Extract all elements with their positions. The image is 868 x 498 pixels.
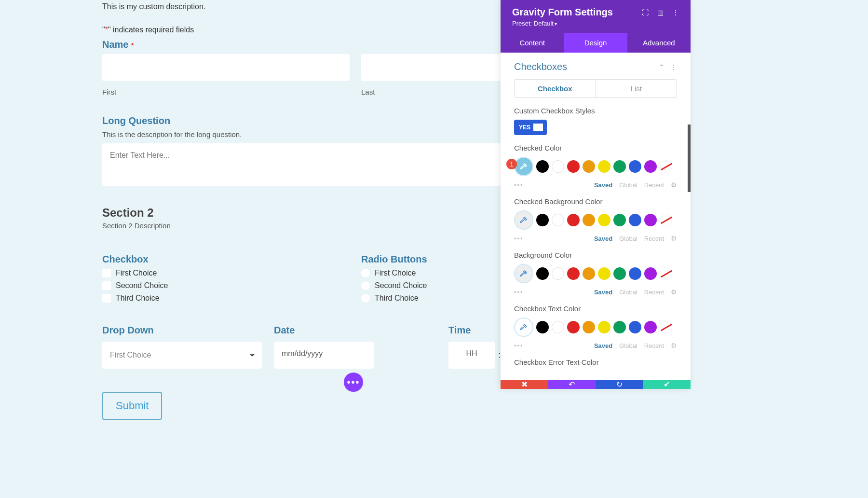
redo-button[interactable]: ↻ — [596, 380, 643, 389]
undo-button[interactable]: ↶ — [548, 380, 596, 389]
global-colors-link[interactable]: Global — [619, 289, 637, 296]
color-swatch-blue[interactable] — [629, 321, 641, 333]
settings-panel: Gravity Form Settings ⛶ ▥ ⋮ Preset: Defa… — [501, 0, 691, 389]
scrollbar[interactable] — [688, 124, 691, 192]
color-swatch-none[interactable] — [660, 160, 672, 173]
tab-design[interactable]: Design — [564, 33, 627, 53]
custom-styles-toggle[interactable]: YES — [514, 120, 547, 135]
color-swatch-none[interactable] — [660, 267, 672, 280]
color-swatch-green[interactable] — [613, 321, 626, 333]
saved-colors-link[interactable]: Saved — [594, 181, 612, 189]
color-swatch-orange[interactable] — [583, 267, 595, 280]
submit-button[interactable]: Submit — [102, 392, 162, 420]
recent-colors-link[interactable]: Recent — [644, 235, 664, 242]
color-swatch-orange[interactable] — [583, 321, 595, 333]
color-swatch-black[interactable] — [536, 160, 549, 173]
color-swatch-orange[interactable] — [583, 160, 595, 173]
time-hh-input[interactable]: HH — [448, 342, 495, 369]
checkbox-option[interactable]: Second Choice — [102, 281, 350, 290]
color-swatch-blue[interactable] — [629, 214, 641, 226]
date-input[interactable]: mm/dd/yyyy — [274, 342, 374, 369]
tab-content[interactable]: Content — [501, 33, 564, 53]
color-swatch-white[interactable] — [552, 267, 564, 280]
color-picker-button[interactable] — [514, 264, 533, 283]
recent-colors-link[interactable]: Recent — [644, 289, 664, 296]
color-swatch-white[interactable] — [552, 321, 564, 333]
eyedropper-icon — [519, 323, 528, 332]
date-label: Date — [274, 325, 374, 336]
gear-icon[interactable]: ⚙ — [671, 288, 677, 296]
color-swatch-none[interactable] — [660, 214, 672, 226]
radio-icon — [361, 281, 370, 290]
color-swatch-purple[interactable] — [644, 267, 657, 280]
color-swatch-yellow[interactable] — [598, 214, 610, 226]
saved-colors-link[interactable]: Saved — [594, 342, 612, 349]
gear-icon[interactable]: ⚙ — [671, 342, 677, 349]
color-swatch-yellow[interactable] — [598, 160, 610, 173]
preset-selector[interactable]: Preset: Default▾ — [512, 20, 679, 27]
color-swatch-yellow[interactable] — [598, 321, 610, 333]
floating-action-button[interactable]: ••• — [344, 373, 363, 392]
subtab-list[interactable]: List — [596, 80, 677, 97]
color-swatch-black[interactable] — [536, 321, 549, 333]
color-picker-button[interactable]: 1 — [514, 157, 533, 176]
checkbox-icon — [102, 294, 111, 303]
color-picker-button[interactable] — [514, 318, 533, 337]
color-setting-label: Background Color — [514, 251, 677, 259]
global-colors-link[interactable]: Global — [619, 235, 637, 242]
color-swatch-yellow[interactable] — [598, 267, 610, 280]
gear-icon[interactable]: ⚙ — [671, 235, 677, 242]
more-colors-icon[interactable]: ••• — [514, 342, 524, 349]
color-swatch-black[interactable] — [536, 267, 549, 280]
save-button[interactable]: ✔ — [643, 380, 691, 389]
color-swatch-white[interactable] — [552, 214, 564, 226]
gear-icon[interactable]: ⚙ — [671, 181, 677, 189]
more-colors-icon[interactable]: ••• — [514, 181, 524, 189]
color-swatch-orange[interactable] — [583, 214, 595, 226]
more-colors-icon[interactable]: ••• — [514, 235, 524, 242]
color-swatch-purple[interactable] — [644, 160, 657, 173]
subtab-checkbox[interactable]: Checkbox — [515, 80, 596, 97]
recent-colors-link[interactable]: Recent — [644, 342, 664, 349]
color-swatch-white[interactable] — [552, 160, 564, 173]
error-text-color-label: Checkbox Error Text Color — [514, 358, 677, 366]
global-colors-link[interactable]: Global — [619, 181, 637, 189]
dropdown-select[interactable]: First Choice — [102, 342, 262, 369]
color-swatch-green[interactable] — [613, 160, 626, 173]
section-checkboxes[interactable]: Checkboxes — [514, 61, 567, 72]
checkbox-option[interactable]: First Choice — [102, 269, 350, 277]
dropdown-label: Drop Down — [102, 325, 262, 336]
color-swatch-blue[interactable] — [629, 267, 641, 280]
more-colors-icon[interactable]: ••• — [514, 289, 524, 296]
color-swatch-red[interactable] — [567, 267, 580, 280]
expand-icon[interactable]: ⛶ — [642, 9, 649, 16]
color-picker-button[interactable] — [514, 210, 533, 230]
radio-icon — [361, 294, 370, 303]
saved-colors-link[interactable]: Saved — [594, 235, 612, 242]
color-swatch-red[interactable] — [567, 160, 580, 173]
first-name-input[interactable] — [102, 54, 350, 81]
global-colors-link[interactable]: Global — [619, 342, 637, 349]
color-swatch-none[interactable] — [660, 321, 672, 333]
chevron-up-icon[interactable]: ⌃ — [659, 63, 665, 71]
eyedropper-icon — [519, 216, 528, 224]
color-swatch-red[interactable] — [567, 214, 580, 226]
color-swatch-blue[interactable] — [629, 160, 641, 173]
color-swatch-green[interactable] — [613, 267, 626, 280]
color-swatch-green[interactable] — [613, 214, 626, 226]
cancel-button[interactable]: ✖ — [501, 380, 548, 389]
eyedropper-icon — [519, 162, 528, 171]
more-icon[interactable]: ⋮ — [672, 9, 679, 16]
color-swatch-purple[interactable] — [644, 214, 657, 226]
color-setting-label: Checked Background Color — [514, 197, 677, 206]
checkbox-option[interactable]: Third Choice — [102, 294, 350, 303]
columns-icon[interactable]: ▥ — [657, 9, 664, 16]
recent-colors-link[interactable]: Recent — [644, 181, 664, 189]
tab-advanced[interactable]: Advanced — [627, 33, 691, 53]
color-swatch-purple[interactable] — [644, 321, 657, 333]
checkbox-label: Checkbox — [102, 254, 350, 265]
color-swatch-red[interactable] — [567, 321, 580, 333]
saved-colors-link[interactable]: Saved — [594, 289, 612, 296]
kebab-icon[interactable]: ⋮ — [670, 63, 677, 71]
color-swatch-black[interactable] — [536, 214, 549, 226]
